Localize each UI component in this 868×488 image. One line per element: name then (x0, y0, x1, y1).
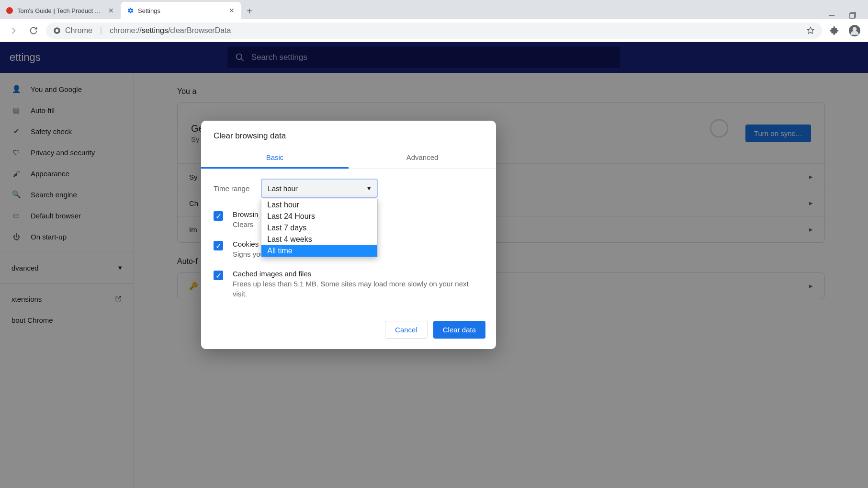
reload-button[interactable] (26, 23, 41, 38)
close-icon[interactable]: ✕ (228, 7, 236, 14)
svg-point-0 (6, 7, 13, 14)
svg-point-7 (853, 27, 857, 31)
dialog-title: Clear browsing data (201, 121, 496, 148)
address-bar[interactable]: Chrome | chrome://settings/clearBrowserD… (46, 23, 822, 39)
clear-data-button[interactable]: Clear data (433, 321, 485, 339)
checkbox-checked[interactable]: ✓ (214, 211, 223, 221)
clear-browsing-data-dialog: Clear browsing data Basic Advanced Time … (201, 121, 496, 349)
settings-gear-icon (126, 7, 134, 14)
tab-toms-guide[interactable]: Tom's Guide | Tech Product Revie ✕ (0, 2, 121, 19)
svg-rect-3 (850, 13, 855, 18)
separator: | (100, 26, 102, 35)
chevron-down-icon: ▾ (367, 184, 371, 193)
close-icon[interactable]: ✕ (107, 7, 115, 14)
tab-basic[interactable]: Basic (201, 148, 349, 169)
dropdown-option[interactable]: Last 7 days (261, 222, 377, 234)
minimize-icon[interactable] (828, 11, 835, 19)
window-controls (828, 11, 868, 19)
tab-strip: Tom's Guide | Tech Product Revie ✕ Setti… (0, 0, 868, 19)
chip-label: Chrome (65, 26, 92, 35)
favicon-generic-icon (6, 7, 13, 14)
option-cached: ✓ Cached images and files Frees up less … (214, 270, 484, 299)
time-range-dropdown: Last hour Last 24 Hours Last 7 days Last… (261, 199, 378, 257)
dropdown-option[interactable]: Last 24 Hours (261, 211, 377, 222)
bookmark-star-icon[interactable] (806, 26, 815, 35)
restore-icon[interactable] (849, 11, 857, 19)
dropdown-option[interactable]: Last hour (261, 199, 377, 211)
url-text: chrome://settings/clearBrowserData (110, 26, 231, 35)
svg-point-5 (56, 29, 58, 32)
tab-settings[interactable]: Settings ✕ (121, 2, 241, 19)
chrome-icon (53, 26, 61, 35)
tab-title: Settings (138, 7, 224, 14)
dialog-tabs: Basic Advanced (201, 148, 496, 169)
browser-toolbar: Chrome | chrome://settings/clearBrowserD… (0, 19, 868, 42)
time-range-select[interactable]: Last hour ▾ Last hour Last 24 Hours Last… (261, 179, 378, 198)
option-title: Cached images and files (233, 270, 484, 278)
option-sub: Frees up less than 5.1 MB. Some sites ma… (233, 279, 484, 299)
checkbox-checked[interactable]: ✓ (214, 271, 223, 280)
checkbox-checked[interactable]: ✓ (214, 241, 223, 250)
tab-advanced[interactable]: Advanced (349, 148, 496, 169)
dropdown-option-selected[interactable]: All time (261, 245, 377, 257)
tab-title: Tom's Guide | Tech Product Revie (17, 7, 103, 14)
time-range-label: Time range (214, 184, 249, 193)
extensions-icon[interactable] (827, 23, 842, 38)
time-range-value: Last hour (268, 184, 298, 193)
dialog-actions: Cancel Clear data (201, 312, 496, 349)
new-tab-button[interactable]: + (241, 3, 258, 19)
profile-avatar-icon[interactable] (847, 23, 862, 38)
dropdown-option[interactable]: Last 4 weeks (261, 234, 377, 245)
forward-button[interactable] (6, 23, 21, 38)
cancel-button[interactable]: Cancel (385, 321, 428, 339)
chrome-chip: Chrome (53, 26, 92, 35)
